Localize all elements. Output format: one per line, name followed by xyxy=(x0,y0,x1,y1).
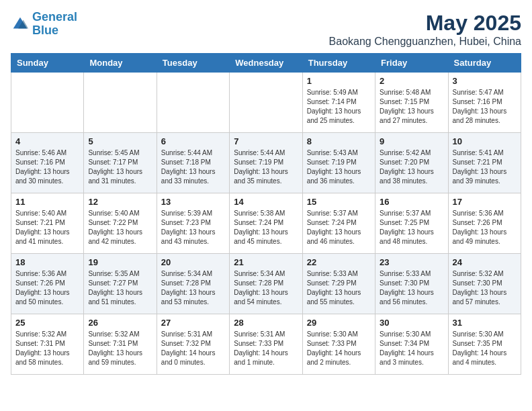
calendar-cell: 18Sunrise: 5:36 AM Sunset: 7:26 PM Dayli… xyxy=(11,254,84,314)
day-number: 11 xyxy=(15,197,79,207)
day-info: Sunrise: 5:32 AM Sunset: 7:31 PM Dayligh… xyxy=(88,330,152,367)
day-info: Sunrise: 5:40 AM Sunset: 7:22 PM Dayligh… xyxy=(88,209,152,246)
day-number: 10 xyxy=(453,136,517,146)
weekday-header: Tuesday xyxy=(157,54,229,73)
day-info: Sunrise: 5:30 AM Sunset: 7:33 PM Dayligh… xyxy=(307,330,371,367)
calendar-cell: 11Sunrise: 5:40 AM Sunset: 7:21 PM Dayli… xyxy=(11,193,84,254)
calendar-cell: 7Sunrise: 5:44 AM Sunset: 7:19 PM Daylig… xyxy=(230,133,302,193)
day-number: 7 xyxy=(234,136,298,146)
calendar-week-row: 25Sunrise: 5:32 AM Sunset: 7:31 PM Dayli… xyxy=(11,314,521,375)
calendar-cell xyxy=(157,73,229,133)
calendar-cell: 26Sunrise: 5:32 AM Sunset: 7:31 PM Dayli… xyxy=(84,314,157,375)
calendar-cell: 17Sunrise: 5:36 AM Sunset: 7:26 PM Dayli… xyxy=(448,193,521,254)
day-info: Sunrise: 5:37 AM Sunset: 7:25 PM Dayligh… xyxy=(380,209,443,246)
calendar-table: SundayMondayTuesdayWednesdayThursdayFrid… xyxy=(11,53,521,375)
calendar-cell: 25Sunrise: 5:32 AM Sunset: 7:31 PM Dayli… xyxy=(11,314,84,375)
day-number: 23 xyxy=(380,257,443,267)
calendar-cell: 30Sunrise: 5:30 AM Sunset: 7:34 PM Dayli… xyxy=(375,314,448,375)
day-info: Sunrise: 5:30 AM Sunset: 7:35 PM Dayligh… xyxy=(453,330,517,367)
calendar-week-row: 4Sunrise: 5:46 AM Sunset: 7:16 PM Daylig… xyxy=(11,133,521,193)
day-info: Sunrise: 5:41 AM Sunset: 7:21 PM Dayligh… xyxy=(453,148,517,186)
day-info: Sunrise: 5:36 AM Sunset: 7:26 PM Dayligh… xyxy=(15,269,79,307)
day-number: 4 xyxy=(15,136,79,146)
day-info: Sunrise: 5:38 AM Sunset: 7:24 PM Dayligh… xyxy=(234,209,298,246)
title-block: May 2025 Baokang Chengguanzhen, Hubei, C… xyxy=(329,11,521,48)
calendar-cell: 3Sunrise: 5:47 AM Sunset: 7:16 PM Daylig… xyxy=(448,73,521,133)
day-info: Sunrise: 5:34 AM Sunset: 7:28 PM Dayligh… xyxy=(234,269,298,307)
day-info: Sunrise: 5:33 AM Sunset: 7:30 PM Dayligh… xyxy=(380,269,443,307)
day-info: Sunrise: 5:35 AM Sunset: 7:27 PM Dayligh… xyxy=(88,269,152,307)
calendar-cell: 22Sunrise: 5:33 AM Sunset: 7:29 PM Dayli… xyxy=(302,254,375,314)
day-info: Sunrise: 5:40 AM Sunset: 7:21 PM Dayligh… xyxy=(15,209,79,246)
calendar-cell: 31Sunrise: 5:30 AM Sunset: 7:35 PM Dayli… xyxy=(448,314,521,375)
day-info: Sunrise: 5:44 AM Sunset: 7:18 PM Dayligh… xyxy=(161,148,225,186)
day-number: 30 xyxy=(380,318,443,328)
day-number: 26 xyxy=(88,318,152,328)
day-number: 2 xyxy=(380,76,443,86)
calendar-week-row: 11Sunrise: 5:40 AM Sunset: 7:21 PM Dayli… xyxy=(11,193,521,254)
day-info: Sunrise: 5:48 AM Sunset: 7:15 PM Dayligh… xyxy=(380,88,443,126)
day-number: 16 xyxy=(380,197,443,207)
weekday-header: Sunday xyxy=(11,54,84,73)
day-number: 13 xyxy=(161,197,225,207)
day-info: Sunrise: 5:33 AM Sunset: 7:29 PM Dayligh… xyxy=(307,269,371,307)
day-number: 9 xyxy=(380,136,443,146)
day-info: Sunrise: 5:45 AM Sunset: 7:17 PM Dayligh… xyxy=(88,148,152,186)
weekday-header-row: SundayMondayTuesdayWednesdayThursdayFrid… xyxy=(11,54,521,73)
calendar-cell: 4Sunrise: 5:46 AM Sunset: 7:16 PM Daylig… xyxy=(11,133,84,193)
calendar-cell: 21Sunrise: 5:34 AM Sunset: 7:28 PM Dayli… xyxy=(230,254,302,314)
weekday-header: Thursday xyxy=(302,54,375,73)
day-info: Sunrise: 5:36 AM Sunset: 7:26 PM Dayligh… xyxy=(453,209,517,246)
calendar-cell: 28Sunrise: 5:31 AM Sunset: 7:33 PM Dayli… xyxy=(230,314,302,375)
day-number: 22 xyxy=(307,257,371,267)
day-number: 3 xyxy=(453,76,517,86)
weekday-header: Friday xyxy=(375,54,448,73)
day-number: 12 xyxy=(88,197,152,207)
day-info: Sunrise: 5:32 AM Sunset: 7:30 PM Dayligh… xyxy=(453,269,517,307)
day-number: 25 xyxy=(15,318,79,328)
day-number: 27 xyxy=(161,318,225,328)
day-info: Sunrise: 5:39 AM Sunset: 7:23 PM Dayligh… xyxy=(161,209,225,246)
day-number: 21 xyxy=(234,257,298,267)
calendar-cell: 24Sunrise: 5:32 AM Sunset: 7:30 PM Dayli… xyxy=(448,254,521,314)
calendar-cell: 5Sunrise: 5:45 AM Sunset: 7:17 PM Daylig… xyxy=(84,133,157,193)
day-info: Sunrise: 5:30 AM Sunset: 7:34 PM Dayligh… xyxy=(380,330,443,367)
day-number: 8 xyxy=(307,136,371,146)
day-info: Sunrise: 5:31 AM Sunset: 7:33 PM Dayligh… xyxy=(234,330,298,367)
logo: General Blue xyxy=(11,11,77,38)
logo-icon xyxy=(11,15,30,34)
calendar-cell: 23Sunrise: 5:33 AM Sunset: 7:30 PM Dayli… xyxy=(375,254,448,314)
calendar-cell: 14Sunrise: 5:38 AM Sunset: 7:24 PM Dayli… xyxy=(230,193,302,254)
day-number: 15 xyxy=(307,197,371,207)
calendar-cell: 19Sunrise: 5:35 AM Sunset: 7:27 PM Dayli… xyxy=(84,254,157,314)
day-info: Sunrise: 5:47 AM Sunset: 7:16 PM Dayligh… xyxy=(453,88,517,126)
day-number: 20 xyxy=(161,257,225,267)
calendar-cell: 1Sunrise: 5:49 AM Sunset: 7:14 PM Daylig… xyxy=(302,73,375,133)
day-info: Sunrise: 5:31 AM Sunset: 7:32 PM Dayligh… xyxy=(161,330,225,367)
page-header: General Blue May 2025 Baokang Chengguanz… xyxy=(11,11,521,48)
month-title: May 2025 xyxy=(329,11,521,36)
calendar-week-row: 18Sunrise: 5:36 AM Sunset: 7:26 PM Dayli… xyxy=(11,254,521,314)
calendar-cell xyxy=(230,73,302,133)
day-number: 17 xyxy=(453,197,517,207)
day-info: Sunrise: 5:32 AM Sunset: 7:31 PM Dayligh… xyxy=(15,330,79,367)
calendar-cell: 9Sunrise: 5:42 AM Sunset: 7:20 PM Daylig… xyxy=(375,133,448,193)
day-number: 5 xyxy=(88,136,152,146)
day-number: 19 xyxy=(88,257,152,267)
day-info: Sunrise: 5:44 AM Sunset: 7:19 PM Dayligh… xyxy=(234,148,298,186)
calendar-cell: 12Sunrise: 5:40 AM Sunset: 7:22 PM Dayli… xyxy=(84,193,157,254)
day-info: Sunrise: 5:34 AM Sunset: 7:28 PM Dayligh… xyxy=(161,269,225,307)
day-info: Sunrise: 5:49 AM Sunset: 7:14 PM Dayligh… xyxy=(307,88,371,126)
day-info: Sunrise: 5:42 AM Sunset: 7:20 PM Dayligh… xyxy=(380,148,443,186)
calendar-cell: 27Sunrise: 5:31 AM Sunset: 7:32 PM Dayli… xyxy=(157,314,229,375)
day-number: 18 xyxy=(15,257,79,267)
calendar-cell: 8Sunrise: 5:43 AM Sunset: 7:19 PM Daylig… xyxy=(302,133,375,193)
weekday-header: Wednesday xyxy=(230,54,302,73)
day-number: 6 xyxy=(161,136,225,146)
day-number: 28 xyxy=(234,318,298,328)
weekday-header: Saturday xyxy=(448,54,521,73)
day-number: 31 xyxy=(453,318,517,328)
day-number: 29 xyxy=(307,318,371,328)
day-info: Sunrise: 5:46 AM Sunset: 7:16 PM Dayligh… xyxy=(15,148,79,186)
calendar-cell xyxy=(11,73,84,133)
